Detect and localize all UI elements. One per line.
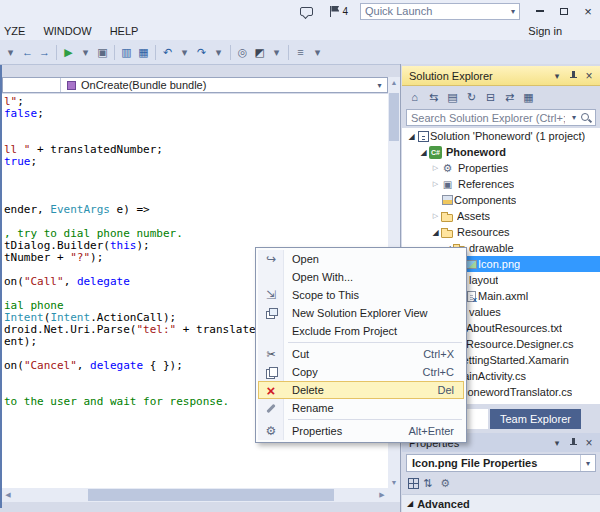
tree-item-label: Solution 'Phoneword' (1 project) [430, 130, 585, 142]
start-debug-dropdown[interactable]: ▾ [77, 42, 94, 62]
minimize-button[interactable] [528, 0, 552, 22]
window-controls: × [528, 0, 600, 22]
ref-icon [441, 178, 454, 191]
search-input[interactable] [407, 112, 569, 124]
redo-dropdown[interactable]: ▾ [210, 42, 227, 62]
solution-explorer-search-box[interactable]: ▾ [406, 109, 596, 126]
chevron-down-icon[interactable]: ▾ [569, 113, 579, 122]
properties-window-icon[interactable]: ▦ [520, 89, 537, 106]
window-position-icon[interactable]: ▾ [549, 435, 565, 451]
menu-analyze[interactable]: YZE [0, 25, 34, 37]
property-pages-icon[interactable]: ⚙ [440, 477, 450, 490]
tree-item-phoneword[interactable]: ◢ Phoneword [402, 144, 600, 160]
menu-item-delete[interactable]: Delete Del [258, 381, 464, 399]
close-button[interactable]: × [576, 0, 600, 22]
categorized-icon[interactable] [408, 478, 419, 489]
navigate-backward-button[interactable]: ← [19, 42, 36, 62]
collapse-all-icon[interactable]: ⊟ [482, 89, 499, 106]
method-dropdown[interactable]: OnCreate(Bundle bundle) [61, 79, 372, 91]
tree-item-assets[interactable]: ▷ Assets [402, 208, 600, 224]
navigate-forward-button[interactable]: → [36, 42, 53, 62]
restore-button[interactable] [552, 0, 576, 22]
scroll-left-icon[interactable]: ◀ [2, 488, 14, 502]
method-icon [67, 81, 76, 90]
expander-icon[interactable]: ▷ [430, 164, 441, 172]
scroll-right-icon[interactable]: ▶ [376, 488, 388, 502]
code-line [4, 120, 388, 132]
switch-views-icon[interactable]: ⇆ [425, 89, 442, 106]
properties-category-advanced[interactable]: ◢ Advanced [402, 494, 600, 512]
tree-item-references[interactable]: ▷ References [402, 176, 600, 192]
menu-item-copy[interactable]: Copy Ctrl+C [258, 363, 464, 381]
menu-window[interactable]: WINDOW [34, 25, 100, 37]
menu-item-open[interactable]: Open [258, 250, 464, 268]
tree-item-properties[interactable]: ▷ Properties [402, 160, 600, 176]
pin-icon[interactable] [565, 68, 581, 84]
undo-dropdown[interactable]: ▾ [176, 42, 193, 62]
toolbar-options-dropdown[interactable]: ▾ [2, 42, 19, 62]
solution-configurations-button[interactable]: ▣ [94, 42, 111, 62]
find-button[interactable]: ◎ [234, 42, 251, 62]
redo-button[interactable]: ↷ [193, 42, 210, 62]
horizontal-scrollbar[interactable]: ◀ ▶ [2, 488, 388, 502]
save-button[interactable]: ▥ [118, 42, 135, 62]
alphabetical-sort-icon[interactable]: ⇅ [423, 477, 432, 490]
menu-item-exclude-from-project[interactable]: Exclude From Project [258, 322, 464, 340]
expander-icon[interactable]: ▷ [430, 212, 441, 220]
home-icon[interactable]: ⌂ [406, 89, 423, 106]
tree-item-label: drawable [469, 242, 514, 254]
text-editor-menu-dropdown[interactable]: ▾ [309, 42, 326, 62]
bookmark-dropdown[interactable]: ▾ [268, 42, 285, 62]
scroll-up-icon[interactable]: ▲ [388, 77, 400, 88]
close-icon[interactable]: × [581, 68, 597, 84]
pin-icon[interactable] [565, 435, 581, 451]
quick-launch-input[interactable] [365, 5, 511, 17]
show-all-files-icon[interactable]: ▤ [444, 89, 461, 106]
open-icon [263, 251, 279, 267]
start-debug-button[interactable]: ▶ [60, 42, 77, 62]
solution-explorer-header[interactable]: Solution Explorer ▾ × [402, 66, 600, 86]
menu-item-label: Exclude From Project [284, 325, 454, 337]
menu-item-open-with[interactable]: Open With... [258, 268, 464, 286]
expander-icon[interactable]: ◢ [430, 228, 441, 237]
menu-item-new-solution-explorer-view[interactable]: New Solution Explorer View [258, 304, 464, 322]
menu-bar: YZEWINDOWHELP Sign in [0, 22, 600, 40]
tree-item-resources[interactable]: ◢ Resources [402, 224, 600, 240]
tree-item-solution-phoneword-1-project[interactable]: ◢ Solution 'Phoneword' (1 project) [402, 128, 600, 144]
category-expander-icon[interactable]: ◢ [407, 499, 413, 508]
class-dropdown[interactable] [3, 78, 61, 92]
menu-item-scope-to-this[interactable]: Scope to This [258, 286, 464, 304]
sync-with-active-document-icon[interactable]: ⇄ [501, 89, 518, 106]
scroll-down-icon[interactable]: ▼ [388, 477, 400, 488]
horizontal-scroll-thumb[interactable] [88, 489, 334, 501]
expander-icon[interactable]: ◢ [418, 148, 429, 157]
chevron-down-icon[interactable]: ▾ [580, 455, 595, 471]
properties-icon [263, 423, 279, 439]
chevron-down-icon[interactable]: ▾ [511, 7, 515, 16]
menu-item-shortcut: Ctrl+X [423, 348, 464, 360]
refresh-icon[interactable]: ↻ [463, 89, 480, 106]
menu-help[interactable]: HELP [101, 25, 148, 37]
close-icon[interactable]: × [581, 435, 597, 451]
window-position-icon[interactable]: ▾ [549, 68, 565, 84]
expander-icon[interactable]: ◢ [406, 132, 417, 141]
menu-item-properties[interactable]: Properties Alt+Enter [258, 422, 464, 440]
tree-item-components[interactable]: Components [402, 192, 600, 208]
save-all-button[interactable]: ▦ [135, 42, 152, 62]
undo-button[interactable]: ↶ [159, 42, 176, 62]
menu-item-cut[interactable]: Cut Ctrl+X [258, 345, 464, 363]
feedback-icon[interactable] [300, 7, 313, 16]
chevron-down-icon[interactable]: ▾ [372, 81, 387, 90]
properties-object-selector[interactable]: Icon.png File Properties ▾ [406, 454, 596, 472]
text-editor-menu-button[interactable]: ≡ [292, 42, 309, 62]
tab-team-explorer[interactable]: Team Explorer [490, 409, 581, 429]
notifications-button[interactable]: 4 [327, 5, 348, 18]
toolbar-separator [155, 45, 156, 60]
menu-item-rename[interactable]: Rename [258, 399, 464, 417]
expander-icon[interactable]: ▷ [430, 180, 441, 188]
sign-in-button[interactable]: Sign in [528, 25, 562, 37]
bookmark-button[interactable]: ◩ [251, 42, 268, 62]
vertical-scroll-thumb[interactable] [389, 93, 399, 141]
quick-launch-box[interactable]: ▾ [360, 3, 520, 20]
editor-navigation-bar: OnCreate(Bundle bundle) ▾ [2, 77, 388, 93]
